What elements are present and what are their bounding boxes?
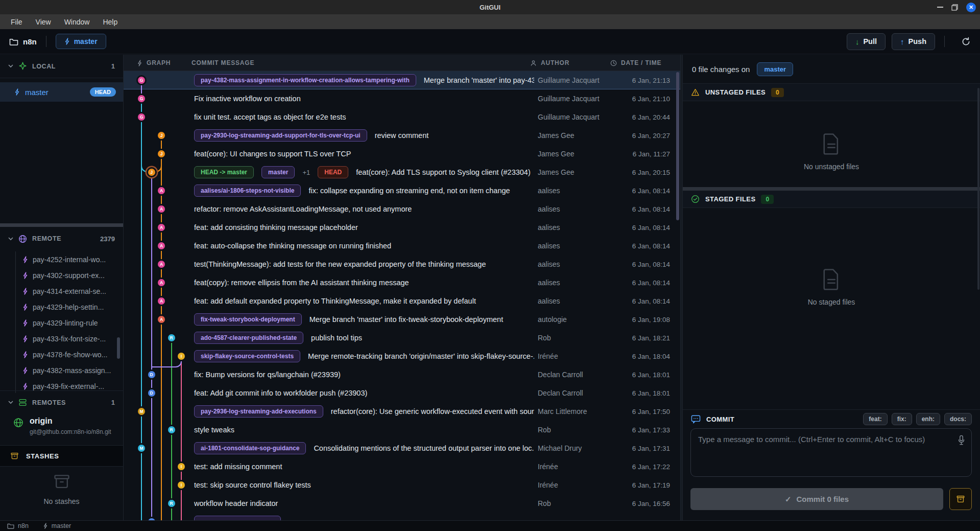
maximize-button[interactable] [951, 4, 958, 11]
sidebar-remote-branch[interactable]: pay-4329-help-settin... [0, 299, 123, 315]
commit-row[interactable]: refactor: remove AskAssistantLoadingMess… [124, 200, 680, 218]
panel-scrollbar[interactable] [977, 88, 979, 290]
branch-tag[interactable]: ai-1801-consolidate-sop-guidance [194, 442, 306, 454]
current-branch-button[interactable]: master [56, 34, 106, 49]
statusbar: n8n master [0, 520, 980, 531]
menu-help[interactable]: Help [97, 16, 123, 28]
message-column-header[interactable]: COMMIT MESSAGE [192, 55, 254, 71]
commit-row[interactable]: fix unit test. accept tags as object for… [124, 108, 680, 126]
close-button[interactable]: ✕ [966, 3, 976, 12]
commit-message: feat: add default expanded property to T… [194, 297, 476, 305]
commit-row[interactable]: feat: add consisting thinking message pl… [124, 218, 680, 237]
commit-row[interactable]: pay-4382-mass-assignment-in-workflow-cre… [124, 71, 680, 89]
commit-row[interactable]: test(ThinkingMessage): add tests for the… [124, 255, 680, 273]
commit-row[interactable]: fix: Bump versions for qs/langchain (#23… [124, 365, 680, 384]
graph-column-header[interactable]: GRAPH [137, 55, 171, 71]
branch-tag[interactable]: ado-4587-clearer-published-state [194, 332, 303, 344]
commit-row[interactable]: ado-4587-clearer-published-statepublish … [124, 329, 680, 347]
commit-row[interactable]: feat(copy): remove ellipsis from the AI … [124, 273, 680, 292]
commit-date: 6 Jan, 08:14 [632, 255, 670, 273]
branch-tag[interactable]: master [261, 166, 295, 178]
stashes-section-header[interactable]: STASHES [0, 445, 123, 467]
commit-button[interactable]: ✓ Commit 0 files [690, 488, 943, 510]
commit-message: Fix inactive workflow on creation [194, 95, 301, 103]
branch-tag[interactable]: pay-2936-log-streaming-add-executions [194, 405, 323, 418]
sidebar-resize-handle[interactable] [0, 223, 123, 227]
prefix-button-enh[interactable]: enh: [916, 413, 940, 425]
commit-row[interactable]: style tweaksRob6 Jan, 17:33 [124, 421, 680, 439]
commit-list: GRAPH COMMIT MESSAGE AUTHOR DATE / TIME … [124, 55, 680, 520]
menu-view[interactable]: View [30, 16, 57, 28]
commit-row[interactable]: test: skip source control flakey testsIr… [124, 476, 680, 494]
prefix-button-docs[interactable]: docs: [944, 413, 972, 425]
sidebar-remote-branch[interactable]: pay-4382-mass-assign... [0, 362, 123, 378]
date-column-header[interactable]: DATE / TIME [610, 55, 661, 71]
ahead-count[interactable]: +1 [302, 169, 310, 176]
commit-message: test(ThinkingMessage): add tests for the… [194, 260, 486, 268]
commit-row[interactable]: workflow header indicatorRob6 Jan, 16:56 [124, 494, 680, 513]
menu-file[interactable]: File [5, 16, 28, 28]
commit-row[interactable]: ai-1801-consolidate-sop-guidanceConsolid… [124, 439, 680, 457]
stash-button[interactable] [949, 488, 972, 510]
menu-window[interactable]: Window [59, 16, 95, 28]
sidebar-remote-branch[interactable]: pay-4329-linting-rule [0, 315, 123, 331]
commit-row[interactable]: pay-2930-log-streaming-add-support-for-t… [124, 126, 680, 145]
commit-list-scrollbar[interactable] [676, 72, 679, 220]
branch-tag[interactable]: skip-flakey-source-control-tests [194, 350, 300, 362]
branch-tag[interactable]: pay-4382-mass-assignment-in-workflow-cre… [194, 74, 416, 86]
commit-date: 6 Jan, 18:21 [632, 329, 670, 347]
statusbar-branch: master [43, 522, 71, 529]
branch-tag[interactable]: aalises/ai-1806-steps-not-visible [194, 184, 301, 197]
sparkles-icon [18, 62, 27, 71]
repo-chip[interactable]: n8n [9, 37, 37, 46]
push-button[interactable]: ↑ Push [892, 33, 935, 50]
commit-row[interactable]: feat: auto-collapse the thinking message… [124, 237, 680, 255]
commit-row[interactable]: HEAD -> mastermaster+1HEADfeat(core): Ad… [124, 163, 680, 181]
commit-row[interactable] [124, 513, 680, 520]
sidebar-remote-branch[interactable]: pay-4378-fe-show-wo... [0, 347, 123, 362]
local-section-header[interactable]: LOCAL 1 [0, 55, 123, 78]
commit-date: 6 Jan, 16:56 [632, 494, 670, 513]
branch-tag[interactable]: pay-2930-log-streaming-add-support-for-t… [194, 129, 367, 142]
refresh-icon[interactable] [961, 37, 971, 47]
sidebar-remote-branch[interactable]: pay-4302-support-ex... [0, 267, 123, 283]
commit-section: COMMIT feat:fix:enh:docs: ✓ Commit 0 fil… [683, 409, 980, 520]
microphone-icon[interactable] [958, 435, 965, 445]
branch-tag[interactable]: HEAD [318, 166, 348, 178]
clock-icon [610, 60, 617, 66]
branch-tag[interactable]: fix-tweak-storybook-deployment [194, 313, 302, 326]
sidebar-remote-branch[interactable]: pay-433-fix-font-size-... [0, 331, 123, 347]
commit-row[interactable]: aalises/ai-1806-steps-not-visiblefix: co… [124, 181, 680, 200]
unstaged-files-header[interactable]: UNSTAGED FILES 0 [683, 84, 980, 101]
staged-files-header[interactable]: STAGED FILES 0 [683, 191, 980, 208]
commit-row[interactable]: pay-2936-log-streaming-add-executionsref… [124, 402, 680, 421]
commit-row[interactable]: skip-flakey-source-control-testsMerge re… [124, 347, 680, 365]
panel-resize-handle[interactable] [683, 187, 980, 191]
branch-tag[interactable]: HEAD -> master [194, 166, 254, 178]
prefix-button-fix[interactable]: fix: [892, 413, 912, 425]
commit-row[interactable]: test: add missing commentIrénée6 Jan, 17… [124, 457, 680, 476]
commit-message-input[interactable] [691, 429, 971, 476]
chevron-down-icon [8, 64, 13, 68]
commit-row[interactable]: feat: Add git commit info to workfolder … [124, 384, 680, 402]
sidebar-item-origin[interactable]: origin git@github.com:n8n-io/n8n.git [0, 417, 123, 435]
branch-tag[interactable] [194, 516, 281, 520]
author-column-header[interactable]: AUTHOR [530, 55, 569, 71]
pull-button[interactable]: ↓ Pull [847, 33, 886, 50]
commit-message: publish tool tips [311, 334, 362, 342]
branch-pill-button[interactable]: master [757, 62, 793, 76]
commit-row[interactable]: Fix inactive workflow on creationGuillau… [124, 89, 680, 108]
remotes-section-header[interactable]: REMOTES 1 [0, 390, 123, 414]
sidebar-item-master[interactable]: master HEAD [0, 82, 123, 102]
remote-section-header[interactable]: REMOTE 2379 [0, 227, 123, 250]
minimize-button[interactable] [937, 7, 943, 8]
staged-empty-state: No staged files [683, 208, 980, 336]
sidebar-remote-branch[interactable]: pay-4314-external-se... [0, 283, 123, 299]
commit-row[interactable]: feat(core): UI changes to support TLS ov… [124, 145, 680, 163]
sidebar-scrollbar[interactable] [117, 337, 120, 359]
commit-row[interactable]: feat: add default expanded property to T… [124, 292, 680, 310]
sidebar-remote-branch[interactable]: pay-4252-internal-wo... [0, 251, 123, 267]
prefix-button-feat[interactable]: feat: [863, 413, 887, 425]
commit-row[interactable]: fix-tweak-storybook-deploymentMerge bran… [124, 310, 680, 329]
local-count: 1 [111, 62, 115, 70]
